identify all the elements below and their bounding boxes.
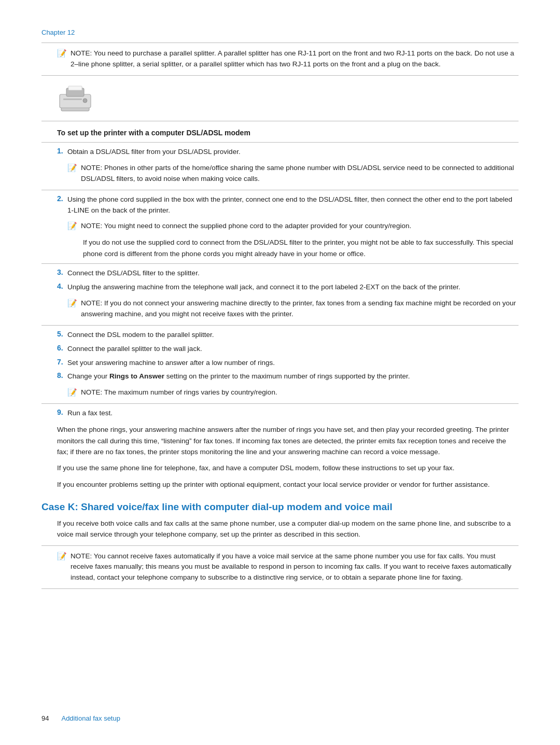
step-text-8: Change your Rings to Answer setting on t… — [67, 371, 519, 382]
paragraph-2: If you use the same phone line for telep… — [57, 462, 519, 473]
step-num-9: 9. — [41, 408, 67, 416]
step-num-2: 2. — [41, 194, 67, 203]
note-icon: 📝 — [67, 221, 77, 231]
step-text-2: Using the phone cord supplied in the box… — [67, 194, 519, 216]
step-num-1: 1. — [41, 147, 67, 155]
top-note-text: NOTE: You need to purchase a parallel sp… — [71, 48, 519, 70]
footer-link[interactable]: Additional fax setup — [61, 714, 120, 722]
footer-page-num: 94 — [41, 714, 49, 722]
case-k-intro: If you receive both voice calls and fax … — [57, 518, 519, 540]
step-num-8: 8. — [41, 371, 67, 379]
step-num-3: 3. — [41, 268, 67, 276]
step-text-9: Run a fax test. — [67, 408, 519, 419]
step-num-6: 6. — [41, 344, 67, 352]
list-item: 2. Using the phone cord supplied in the … — [41, 194, 519, 216]
chapter-label: Chapter 12 — [41, 29, 519, 36]
footer: 94 Additional fax setup — [0, 714, 560, 722]
case-k-note: 📝 NOTE: You cannot receive faxes automat… — [57, 551, 519, 584]
step-text-5: Connect the DSL modem to the parallel sp… — [67, 330, 519, 341]
list-item: 7. Set your answering machine to answer … — [41, 358, 519, 369]
list-item: 3. Connect the DSL/ADSL filter to the sp… — [41, 268, 519, 279]
paragraph-3: If you encounter problems setting up the… — [57, 479, 519, 490]
top-note-block: 📝 NOTE: You need to purchase a parallel … — [57, 48, 519, 70]
svg-rect-3 — [68, 86, 82, 90]
step-num-5: 5. — [41, 330, 67, 338]
step-num-4: 4. — [41, 282, 67, 290]
step-text-3: Connect the DSL/ADSL filter to the split… — [67, 268, 519, 279]
note-icon: 📝 — [67, 299, 77, 308]
step-text-1: Obtain a DSL/ADSL filter from your DSL/A… — [67, 147, 519, 158]
list-item: 5. Connect the DSL modem to the parallel… — [41, 330, 519, 341]
list-item: 1. Obtain a DSL/ADSL filter from your DS… — [41, 147, 519, 158]
list-item: 4. Unplug the answering machine from the… — [41, 282, 519, 293]
paragraph-1: When the phone rings, your answering mac… — [57, 424, 519, 457]
step2-note: 📝 NOTE: You might need to connect the su… — [67, 221, 519, 232]
svg-rect-5 — [63, 99, 82, 100]
section-heading: To set up the printer with a computer DS… — [57, 129, 519, 137]
step1-note: 📝 NOTE: Phones in other parts of the hom… — [67, 163, 519, 185]
note-icon: 📝 — [67, 163, 77, 173]
svg-point-4 — [83, 99, 87, 103]
step4-note: 📝 NOTE: If you do not connect your answe… — [67, 298, 519, 320]
note-icon: 📝 — [67, 388, 77, 397]
step2-note-text: NOTE: You might need to connect the supp… — [81, 221, 411, 232]
case-k-note-text: NOTE: You cannot receive faxes automatic… — [71, 551, 519, 584]
step8-note: 📝 NOTE: The maximum number of rings vari… — [67, 387, 519, 398]
step-text-4: Unplug the answering machine from the te… — [67, 282, 519, 293]
case-k-heading: Case K: Shared voice/fax line with compu… — [41, 501, 519, 513]
step-num-7: 7. — [41, 358, 67, 366]
step4-note-text: NOTE: If you do not connect your answeri… — [81, 298, 519, 320]
printer-image — [57, 83, 519, 116]
list-item: 8. Change your Rings to Answer setting o… — [41, 371, 519, 382]
list-item: 9. Run a fax test. — [41, 408, 519, 419]
step-text-7: Set your answering machine to answer aft… — [67, 358, 519, 369]
step2-extra-para: If you do not use the supplied cord to c… — [83, 237, 519, 259]
step1-note-text: NOTE: Phones in other parts of the home/… — [81, 163, 519, 185]
step-text-6: Connect the parallel splitter to the wal… — [67, 344, 519, 355]
note-icon: 📝 — [57, 49, 67, 58]
list-item: 6. Connect the parallel splitter to the … — [41, 344, 519, 355]
step8-note-text: NOTE: The maximum number of rings varies… — [81, 387, 277, 398]
note-icon: 📝 — [57, 552, 67, 561]
